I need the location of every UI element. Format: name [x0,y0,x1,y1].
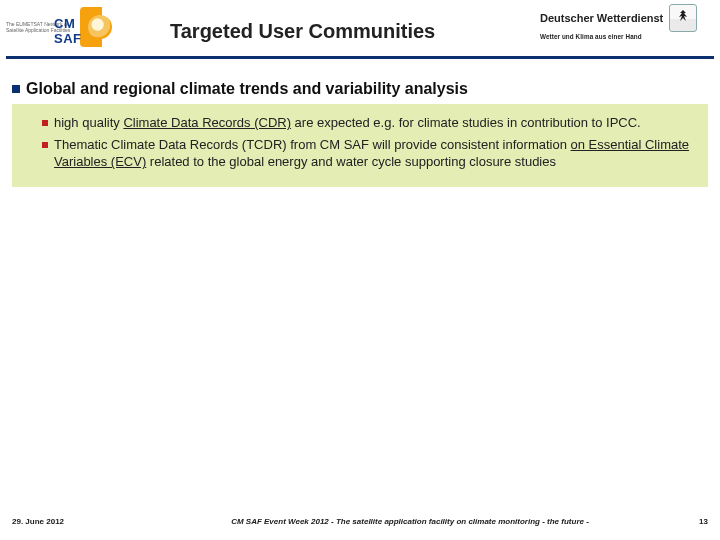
highlight-box: high quality Climate Data Records (CDR) … [12,104,708,187]
list-item: high quality Climate Data Records (CDR) … [22,112,698,134]
footer-date: 29. June 2012 [12,517,152,526]
square-bullet-icon [12,85,20,93]
section-heading: Global and regional climate trends and v… [26,80,468,98]
bullet-text: high quality Climate Data Records (CDR) … [54,114,641,132]
dwd-name: Deutscher Wetterdienst [540,12,663,24]
cmsaf-label: CM SAF [54,16,102,46]
footer-caption: CM SAF Event Week 2012 - The satellite a… [152,517,668,526]
dwd-tagline: Wetter und Klima aus einer Hand [540,33,710,40]
square-bullet-icon [42,120,48,126]
bullet-text: Thematic Climate Data Records (TCDR) fro… [54,136,698,171]
list-item: Thematic Climate Data Records (TCDR) fro… [22,134,698,173]
dwd-eagle-icon [669,4,697,32]
page-number: 13 [668,517,708,526]
header: The EUMETSAT Network of Satellite Applic… [0,0,720,62]
square-bullet-icon [42,142,48,148]
cmsaf-logo: The EUMETSAT Network of Satellite Applic… [6,6,102,48]
heading-row: Global and regional climate trends and v… [12,80,708,98]
header-divider [6,56,714,59]
slide-title: Targeted User Communities [170,20,435,43]
dwd-logo: Deutscher Wetterdienst Wetter und Klima … [540,4,710,40]
content: Global and regional climate trends and v… [12,80,708,187]
slide: The EUMETSAT Network of Satellite Applic… [0,0,720,540]
footer: 29. June 2012 CM SAF Event Week 2012 - T… [12,517,708,526]
